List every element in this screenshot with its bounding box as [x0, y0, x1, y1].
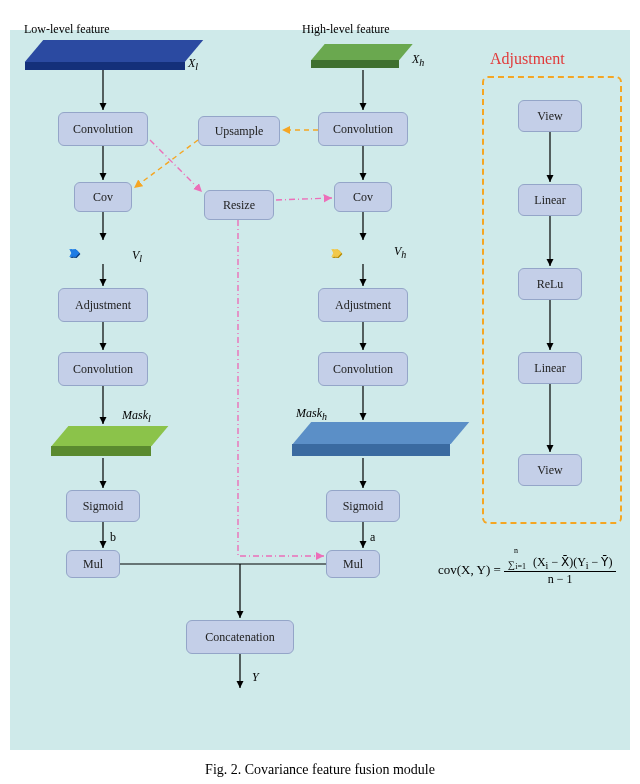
left-cov: Cov	[74, 182, 132, 212]
left-mul: Mul	[66, 550, 120, 578]
resize: Resize	[204, 190, 274, 220]
xh-label: Xh	[412, 52, 424, 68]
high-level-feature-label: High-level feature	[302, 22, 390, 37]
formula-lhs: cov(X, Y) =	[438, 562, 501, 577]
adjust-view-1: View	[518, 100, 582, 132]
left-convolution-2: Convolution	[58, 352, 148, 386]
vh-label: Vh	[394, 244, 406, 260]
vl-chevrons-icon: ›››››	[68, 238, 75, 264]
y-label: Y	[252, 670, 259, 685]
adjust-linear-2: Linear	[518, 352, 582, 384]
covariance-formula: cov(X, Y) = ∑i=1n (Xi − X̄)(Yi − Ȳ) n − …	[438, 554, 616, 587]
xl-label: Xl	[188, 56, 198, 72]
left-convolution-1: Convolution	[58, 112, 148, 146]
right-convolution-1: Convolution	[318, 112, 408, 146]
right-convolution-2: Convolution	[318, 352, 408, 386]
left-sigmoid: Sigmoid	[66, 490, 140, 522]
adjust-relu: ReLu	[518, 268, 582, 300]
adjust-linear-1: Linear	[518, 184, 582, 216]
vh-chevrons-icon: ›››››	[330, 238, 337, 264]
a-label: a	[370, 530, 375, 545]
low-level-feature-label: Low-level feature	[24, 22, 110, 37]
concatenation: Concatenation	[186, 620, 294, 654]
diagram-canvas: Low-level feature High-level feature Xl …	[0, 0, 640, 784]
upsample: Upsample	[198, 116, 280, 146]
right-cov: Cov	[334, 182, 392, 212]
left-adjustment: Adjustment	[58, 288, 148, 322]
right-sigmoid: Sigmoid	[326, 490, 400, 522]
figure-caption: Fig. 2. Covariance feature fusion module	[0, 762, 640, 778]
adjust-view-2: View	[518, 454, 582, 486]
right-mul: Mul	[326, 550, 380, 578]
vl-label: Vl	[132, 248, 142, 264]
mask-l-label: Maskl	[122, 408, 151, 424]
right-adjustment: Adjustment	[318, 288, 408, 322]
b-label: b	[110, 530, 116, 545]
mask-h-label: Maskh	[296, 406, 327, 422]
adjustment-title: Adjustment	[490, 50, 565, 68]
